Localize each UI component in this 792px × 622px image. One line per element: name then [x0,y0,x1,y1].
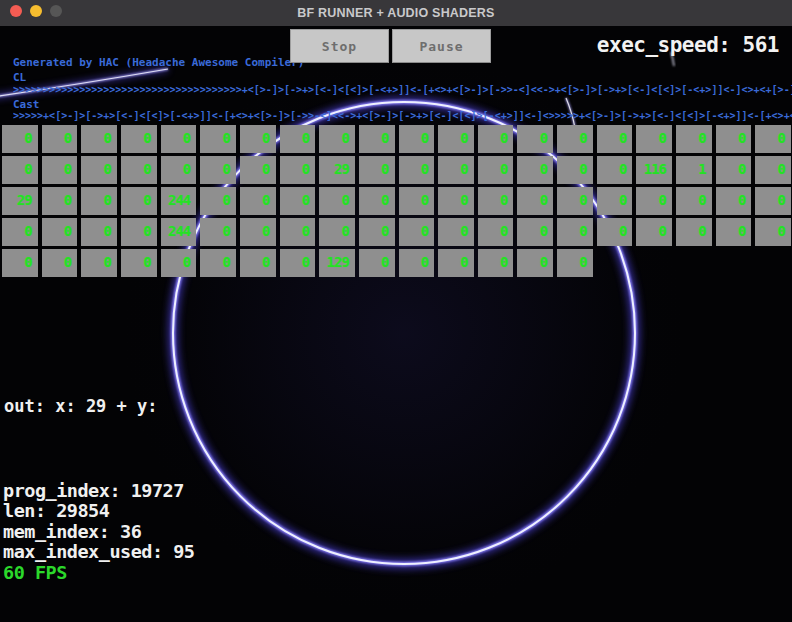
memory-cell-value: 0 [222,156,235,184]
memory-cell: 0 [359,249,395,277]
memory-cell: 0 [636,218,672,246]
memory-cell: 129 [319,249,355,277]
memory-cell-value: 0 [222,187,235,215]
memory-cell-value: 0 [381,249,394,277]
memory-cell-value: 0 [738,187,751,215]
memory-cell-value: 0 [500,249,513,277]
memory-cell: 0 [517,187,553,215]
memory-cell-value: 0 [619,125,632,153]
memory-cell-value: 0 [104,218,117,246]
memory-cell-value: 0 [778,187,791,215]
memory-cell: 0 [676,125,712,153]
memory-cell-value: 0 [262,156,275,184]
memory-cell-value: 0 [104,156,117,184]
memory-cell: 0 [478,156,514,184]
memory-cell-value: 0 [421,125,434,153]
memory-cell-value: 0 [302,125,315,153]
stat-max-index-used: max_index_used: 95 [3,542,194,562]
memory-cell-value: 0 [104,249,117,277]
memory-cell-value: 244 [168,218,196,246]
memory-cell-value: 0 [460,187,473,215]
fullscreen-button[interactable] [50,5,62,17]
memory-cell: 0 [716,218,752,246]
memory-cell-value: 0 [64,125,77,153]
memory-cell: 0 [81,125,117,153]
minimize-button[interactable] [30,5,42,17]
memory-cell: 0 [240,156,276,184]
memory-cell-value: 0 [619,187,632,215]
memory-cell-value: 0 [302,156,315,184]
app-window: BF RUNNER + AUDIO SHADERS Generated by H… [0,0,792,622]
memory-cell: 0 [597,156,633,184]
window-title: BF RUNNER + AUDIO SHADERS [0,6,792,20]
control-buttons: Stop Pause [290,29,491,63]
memory-cell: 29 [2,187,38,215]
memory-cell: 0 [81,156,117,184]
memory-cell-value: 0 [659,218,672,246]
memory-cell: 0 [280,187,316,215]
memory-cell-value: 0 [381,218,394,246]
memory-cell: 0 [636,125,672,153]
memory-cell: 0 [478,125,514,153]
memory-cell: 0 [2,249,38,277]
memory-cell-value: 0 [698,187,711,215]
memory-cell-value: 116 [644,156,672,184]
memory-cell-value: 0 [64,156,77,184]
memory-cell: 0 [478,218,514,246]
memory-cell: 0 [399,249,435,277]
pause-button[interactable]: Pause [392,29,491,63]
memory-cell-value: 0 [579,187,592,215]
memory-cell-value: 29 [334,156,355,184]
memory-cell: 0 [161,249,197,277]
memory-cell-value: 0 [500,218,513,246]
memory-cell: 0 [2,125,38,153]
memory-cell-value: 0 [738,156,751,184]
memory-cell-value: 0 [143,218,156,246]
memory-cell: 0 [399,187,435,215]
memory-cell: 116 [636,156,672,184]
stat-len: len: 29854 [3,501,194,521]
stop-button[interactable]: Stop [290,29,389,63]
memory-cell: 0 [200,249,236,277]
memory-cell-value: 0 [381,156,394,184]
memory-cell-value: 0 [778,218,791,246]
memory-cell-value: 0 [24,125,37,153]
memory-cell: 244 [161,218,197,246]
memory-cell: 244 [161,187,197,215]
memory-cell: 0 [597,218,633,246]
memory-cell-value: 0 [778,125,791,153]
memory-cell-value: 29 [17,187,38,215]
exec-speed-readout: exec_speed: 561 [597,33,779,57]
memory-cell: 1 [676,156,712,184]
memory-cell-value: 0 [262,187,275,215]
memory-cell-value: 0 [222,125,235,153]
memory-cell: 0 [121,187,157,215]
memory-cell: 0 [240,249,276,277]
memory-cell: 0 [200,218,236,246]
memory-cell: 0 [517,218,553,246]
memory-cell: 0 [557,156,593,184]
memory-cell-value: 0 [579,218,592,246]
memory-cell: 0 [2,218,38,246]
memory-cell: 0 [438,156,474,184]
memory-cell: 0 [755,187,791,215]
memory-cell-value: 0 [24,218,37,246]
memory-cell-value: 0 [262,218,275,246]
memory-cell: 0 [636,187,672,215]
memory-cell: 0 [557,218,593,246]
stat-mem-index: mem_index: 36 [3,522,194,542]
memory-cell: 0 [161,125,197,153]
memory-cell-value: 0 [540,156,553,184]
memory-cell: 0 [280,218,316,246]
memory-cell-value: 0 [421,249,434,277]
memory-cell: 0 [42,156,78,184]
memory-cell-value: 0 [302,249,315,277]
memory-cell: 0 [240,187,276,215]
close-button[interactable] [10,5,22,17]
memory-cell: 0 [438,187,474,215]
memory-cell-value: 0 [302,218,315,246]
memory-cell: 0 [319,125,355,153]
memory-cell-value: 0 [421,218,434,246]
memory-cell: 0 [517,249,553,277]
memory-cell-value: 0 [222,218,235,246]
